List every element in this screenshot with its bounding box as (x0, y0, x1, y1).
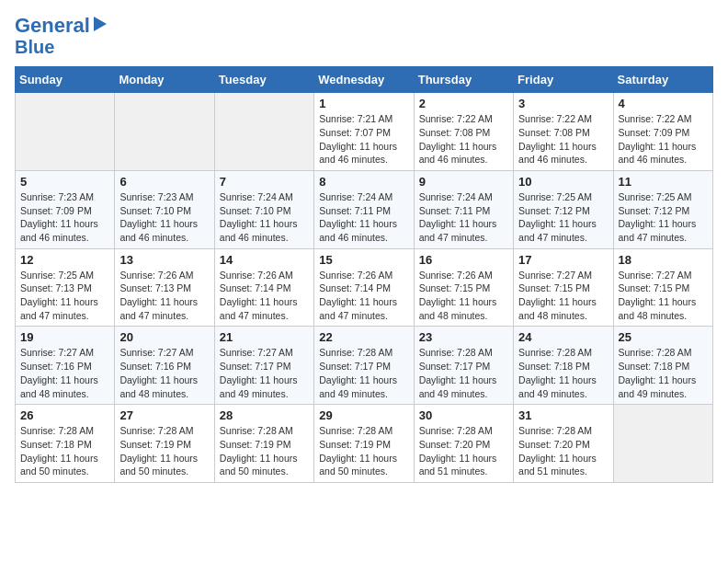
day-info: Sunrise: 7:21 AM Sunset: 7:07 PM Dayligh… (319, 112, 408, 167)
calendar-cell: 28Sunrise: 7:28 AM Sunset: 7:19 PM Dayli… (214, 405, 313, 483)
calendar-cell: 6Sunrise: 7:23 AM Sunset: 7:10 PM Daylig… (115, 170, 214, 248)
calendar-week-row: 12Sunrise: 7:25 AM Sunset: 7:13 PM Dayli… (16, 248, 713, 327)
day-info: Sunrise: 7:23 AM Sunset: 7:10 PM Dayligh… (119, 190, 209, 245)
calendar-cell: 17Sunrise: 7:27 AM Sunset: 7:15 PM Dayli… (514, 248, 613, 327)
calendar-cell: 20Sunrise: 7:27 AM Sunset: 7:16 PM Dayli… (115, 327, 214, 405)
day-number: 20 (119, 330, 209, 344)
day-number: 12 (20, 253, 109, 267)
calendar-cell (613, 405, 712, 483)
calendar-cell (214, 93, 313, 171)
weekday-header-monday: Monday (115, 67, 214, 93)
day-info: Sunrise: 7:22 AM Sunset: 7:08 PM Dayligh… (419, 112, 508, 167)
weekday-header-saturday: Saturday (613, 67, 712, 93)
calendar-cell: 26Sunrise: 7:28 AM Sunset: 7:18 PM Dayli… (16, 405, 115, 483)
logo-text: General (15, 15, 90, 37)
weekday-header-wednesday: Wednesday (314, 67, 414, 93)
day-info: Sunrise: 7:24 AM Sunset: 7:11 PM Dayligh… (319, 190, 408, 245)
day-number: 18 (619, 253, 708, 267)
calendar-cell: 14Sunrise: 7:26 AM Sunset: 7:14 PM Dayli… (214, 248, 313, 327)
day-info: Sunrise: 7:26 AM Sunset: 7:13 PM Dayligh… (119, 269, 209, 323)
day-number: 3 (518, 97, 608, 110)
day-number: 21 (220, 330, 309, 344)
calendar-cell: 10Sunrise: 7:25 AM Sunset: 7:12 PM Dayli… (514, 170, 613, 248)
calendar-cell: 24Sunrise: 7:28 AM Sunset: 7:18 PM Dayli… (514, 327, 613, 405)
day-info: Sunrise: 7:25 AM Sunset: 7:12 PM Dayligh… (619, 190, 708, 245)
calendar-cell: 13Sunrise: 7:26 AM Sunset: 7:13 PM Dayli… (115, 248, 214, 327)
day-info: Sunrise: 7:24 AM Sunset: 7:11 PM Dayligh… (419, 190, 508, 245)
day-number: 23 (419, 330, 508, 344)
calendar-cell (16, 93, 115, 171)
calendar-cell: 23Sunrise: 7:28 AM Sunset: 7:17 PM Dayli… (414, 327, 513, 405)
day-info: Sunrise: 7:26 AM Sunset: 7:14 PM Dayligh… (319, 269, 408, 323)
day-number: 9 (419, 175, 508, 189)
day-info: Sunrise: 7:25 AM Sunset: 7:13 PM Dayligh… (20, 269, 109, 323)
day-number: 30 (419, 408, 508, 422)
calendar-cell: 12Sunrise: 7:25 AM Sunset: 7:13 PM Dayli… (16, 248, 115, 327)
day-info: Sunrise: 7:27 AM Sunset: 7:16 PM Dayligh… (119, 346, 209, 400)
day-number: 24 (518, 330, 608, 344)
calendar-week-row: 1Sunrise: 7:21 AM Sunset: 7:07 PM Daylig… (16, 93, 713, 171)
day-info: Sunrise: 7:28 AM Sunset: 7:18 PM Dayligh… (619, 346, 708, 400)
day-info: Sunrise: 7:24 AM Sunset: 7:10 PM Dayligh… (220, 190, 309, 245)
calendar-cell: 4Sunrise: 7:22 AM Sunset: 7:09 PM Daylig… (613, 93, 712, 171)
calendar-cell: 29Sunrise: 7:28 AM Sunset: 7:19 PM Dayli… (314, 405, 414, 483)
calendar-week-row: 5Sunrise: 7:23 AM Sunset: 7:09 PM Daylig… (16, 170, 713, 248)
day-info: Sunrise: 7:27 AM Sunset: 7:16 PM Dayligh… (20, 346, 109, 400)
day-number: 16 (419, 253, 508, 267)
calendar-table: SundayMondayTuesdayWednesdayThursdayFrid… (15, 66, 713, 483)
day-number: 10 (518, 175, 608, 189)
day-number: 31 (518, 408, 608, 422)
page-header: General Blue (15, 15, 713, 57)
day-info: Sunrise: 7:27 AM Sunset: 7:15 PM Dayligh… (518, 269, 608, 323)
day-number: 14 (220, 253, 309, 267)
day-number: 22 (319, 330, 408, 344)
calendar-cell: 30Sunrise: 7:28 AM Sunset: 7:20 PM Dayli… (414, 405, 513, 483)
calendar-cell: 22Sunrise: 7:28 AM Sunset: 7:17 PM Dayli… (314, 327, 414, 405)
weekday-header-thursday: Thursday (414, 67, 513, 93)
day-number: 26 (20, 408, 109, 422)
day-info: Sunrise: 7:28 AM Sunset: 7:19 PM Dayligh… (319, 424, 408, 478)
day-info: Sunrise: 7:28 AM Sunset: 7:18 PM Dayligh… (518, 346, 608, 400)
calendar-cell: 5Sunrise: 7:23 AM Sunset: 7:09 PM Daylig… (16, 170, 115, 248)
day-number: 17 (518, 253, 608, 267)
day-number: 6 (119, 175, 209, 189)
day-info: Sunrise: 7:23 AM Sunset: 7:09 PM Dayligh… (20, 190, 109, 245)
day-number: 2 (419, 97, 508, 110)
day-info: Sunrise: 7:28 AM Sunset: 7:17 PM Dayligh… (419, 346, 508, 400)
calendar-cell: 16Sunrise: 7:26 AM Sunset: 7:15 PM Dayli… (414, 248, 513, 327)
weekday-header-row: SundayMondayTuesdayWednesdayThursdayFrid… (16, 67, 713, 93)
day-info: Sunrise: 7:28 AM Sunset: 7:19 PM Dayligh… (220, 424, 309, 478)
day-number: 13 (119, 253, 209, 267)
day-info: Sunrise: 7:22 AM Sunset: 7:09 PM Dayligh… (619, 112, 708, 167)
day-number: 29 (319, 408, 408, 422)
weekday-header-sunday: Sunday (16, 67, 115, 93)
day-number: 11 (619, 175, 708, 189)
day-info: Sunrise: 7:28 AM Sunset: 7:20 PM Dayligh… (419, 424, 508, 478)
calendar-cell: 21Sunrise: 7:27 AM Sunset: 7:17 PM Dayli… (214, 327, 313, 405)
calendar-cell: 9Sunrise: 7:24 AM Sunset: 7:11 PM Daylig… (414, 170, 513, 248)
calendar-cell: 15Sunrise: 7:26 AM Sunset: 7:14 PM Dayli… (314, 248, 414, 327)
calendar-cell: 3Sunrise: 7:22 AM Sunset: 7:08 PM Daylig… (514, 93, 613, 171)
weekday-header-tuesday: Tuesday (214, 67, 313, 93)
logo: General Blue (15, 15, 107, 57)
day-number: 4 (619, 97, 708, 110)
day-number: 1 (319, 97, 408, 110)
day-number: 7 (220, 175, 309, 189)
calendar-cell: 25Sunrise: 7:28 AM Sunset: 7:18 PM Dayli… (613, 327, 712, 405)
calendar-cell: 1Sunrise: 7:21 AM Sunset: 7:07 PM Daylig… (314, 93, 414, 171)
day-number: 15 (319, 253, 408, 267)
day-info: Sunrise: 7:22 AM Sunset: 7:08 PM Dayligh… (518, 112, 608, 167)
logo-arrow-icon (94, 17, 107, 31)
day-info: Sunrise: 7:25 AM Sunset: 7:12 PM Dayligh… (518, 190, 608, 245)
day-number: 28 (220, 408, 309, 422)
weekday-header-friday: Friday (514, 67, 613, 93)
calendar-week-row: 26Sunrise: 7:28 AM Sunset: 7:18 PM Dayli… (16, 405, 713, 483)
calendar-cell: 8Sunrise: 7:24 AM Sunset: 7:11 PM Daylig… (314, 170, 414, 248)
day-number: 27 (119, 408, 209, 422)
day-info: Sunrise: 7:27 AM Sunset: 7:15 PM Dayligh… (619, 269, 708, 323)
calendar-cell: 2Sunrise: 7:22 AM Sunset: 7:08 PM Daylig… (414, 93, 513, 171)
calendar-cell: 11Sunrise: 7:25 AM Sunset: 7:12 PM Dayli… (613, 170, 712, 248)
day-number: 5 (20, 175, 109, 189)
calendar-cell: 7Sunrise: 7:24 AM Sunset: 7:10 PM Daylig… (214, 170, 313, 248)
day-info: Sunrise: 7:28 AM Sunset: 7:17 PM Dayligh… (319, 346, 408, 400)
